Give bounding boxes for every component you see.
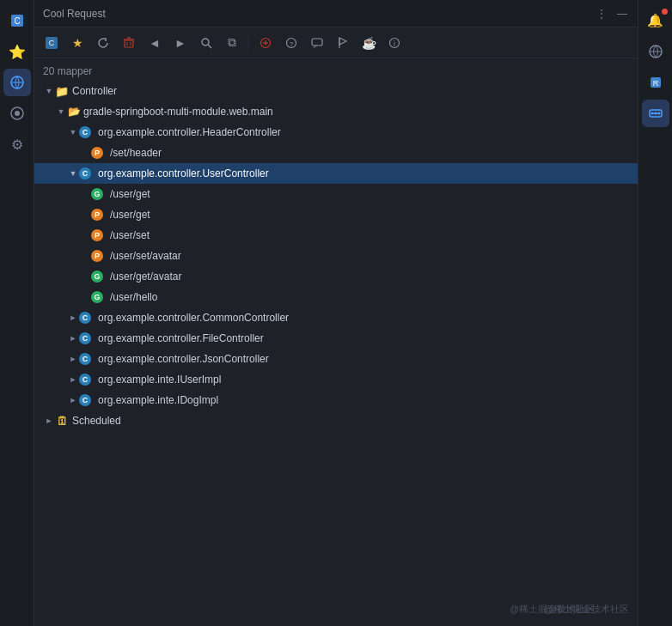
sidebar-network-icon[interactable] (3, 69, 31, 96)
right-sidebar: 🔔 R (638, 0, 672, 626)
node-label-iuser-impl: org.example.inte.IUserImpl (98, 374, 221, 386)
right-bell-icon[interactable]: 🔔 (642, 7, 669, 34)
p-icon-set-header: P (91, 147, 103, 159)
tree-node-set-header[interactable]: P /set/header (34, 143, 638, 163)
node-label-user-hello: /user/hello (110, 291, 157, 303)
folder-icon-controller: 📁 (55, 84, 69, 98)
minimize-button[interactable]: — (615, 7, 629, 21)
svg-text:C: C (14, 16, 20, 26)
toolbar-search-btn[interactable] (194, 31, 218, 55)
menu-button[interactable]: ⋮ (595, 7, 608, 21)
node-label-controller: Controller (72, 85, 117, 97)
g-icon-user-hello: G (91, 291, 103, 303)
c-icon-json-controller: C (79, 353, 91, 365)
main-content: Cool Request ⋮ — C ★ (34, 0, 638, 626)
tree-node-user-get-avatar[interactable]: G /user/get/avatar (34, 266, 638, 287)
toolbar-expand-btn[interactable]: ► (168, 31, 192, 55)
svg-text:?: ? (290, 40, 294, 48)
toolbar-refresh-btn[interactable] (91, 31, 115, 55)
title-bar-right: ⋮ — (595, 7, 629, 21)
svg-point-31 (651, 112, 653, 115)
node-label-user-get-avatar: /user/get/avatar (110, 270, 181, 283)
chevron-header-controller: ▼ (67, 126, 79, 138)
tree-node-idog-impl[interactable]: ► C org.example.inte.IDogImpl (34, 390, 638, 410)
tree-node-controller[interactable]: ▼ 📁 Controller (34, 81, 638, 101)
c-icon-idog-impl: C (79, 394, 91, 406)
p-icon-user-set: P (91, 229, 103, 241)
c-icon-iuser-impl: C (79, 374, 91, 386)
toolbar-help-btn[interactable]: ? (279, 31, 303, 55)
chevron-file-controller: ► (67, 332, 79, 344)
svg-text:R: R (652, 79, 658, 88)
toolbar-edit-btn[interactable] (254, 31, 278, 55)
tree-node-user-set[interactable]: P /user/set (34, 225, 638, 246)
svg-point-33 (657, 112, 660, 115)
toolbar-sep-1 (248, 35, 249, 51)
tree-node-iuser-impl[interactable]: ► C org.example.inte.IUserImpl (34, 369, 638, 390)
node-label-common-controller: org.example.controller.CommonController (98, 312, 289, 324)
chevron-controller: ▼ (43, 85, 55, 97)
c-icon-header-controller: C (79, 126, 91, 138)
chevron-scheduled: ► (43, 415, 55, 427)
toolbar-collapse-btn[interactable]: ◄ (143, 31, 167, 55)
right-network-icon[interactable] (642, 38, 669, 65)
folder-icon-gradle: 📂 (67, 105, 81, 119)
node-label-scheduled: Scheduled (72, 415, 121, 427)
tree-node-user-get-g[interactable]: G /user/get (34, 184, 638, 204)
sidebar-home-icon[interactable]: C (3, 7, 31, 34)
tree-node-user-get-p[interactable]: P /user/get (34, 204, 638, 225)
tree-node-file-controller[interactable]: ► C org.example.controller.FileControlle… (34, 328, 638, 349)
g-icon-user-get: G (91, 188, 103, 200)
toolbar: C ★ ◄ ► ⧉ (34, 27, 638, 58)
chevron-user-controller: ▼ (67, 167, 79, 179)
chevron-common-controller: ► (67, 312, 79, 324)
node-label-header-controller: org.example.controller.HeaderController (98, 126, 281, 138)
toolbar-star-btn[interactable]: ★ (65, 31, 89, 55)
tree-node-user-controller[interactable]: ▼ C org.example.controller.UserControlle… (34, 163, 638, 184)
g-icon-user-get-avatar: G (91, 270, 103, 283)
svg-text:C: C (49, 39, 55, 47)
chevron-idog-impl: ► (67, 394, 79, 406)
svg-marker-21 (339, 38, 346, 45)
watermark: @稀土掘金技术社区 (510, 603, 595, 616)
mapper-count: 20 mapper (34, 62, 638, 81)
chevron-json-controller: ► (67, 353, 79, 365)
c-icon-user-controller: C (79, 167, 91, 179)
svg-point-32 (654, 112, 657, 115)
toolbar-coffee-btn[interactable]: ☕ (357, 31, 381, 55)
tree-node-user-hello[interactable]: G /user/hello (34, 287, 638, 307)
toolbar-flag-btn[interactable] (331, 31, 355, 55)
tree-node-user-set-avatar[interactable]: P /user/set/avatar (34, 246, 638, 266)
sidebar-settings-icon[interactable]: ⚙ (3, 131, 31, 158)
c-icon-file-controller: C (79, 332, 91, 344)
sidebar-env-icon[interactable] (3, 100, 31, 127)
node-label-user-set: /user/set (110, 229, 150, 241)
svg-line-14 (208, 45, 211, 48)
title-bar: Cool Request ⋮ — (34, 0, 638, 27)
tree-area[interactable]: 20 mapper ▼ 📁 Controller ▼ 📂 gradle-spri… (34, 58, 638, 626)
tree-node-scheduled[interactable]: ► 🗓 Scheduled (34, 410, 638, 431)
right-key-icon[interactable] (642, 100, 669, 127)
left-sidebar: C ⭐ ⚙ (0, 0, 34, 626)
toolbar-copy-btn[interactable]: ⧉ (220, 31, 244, 55)
scheduled-icon: 🗓 (55, 414, 69, 428)
toolbar-info-btn[interactable]: i (382, 31, 406, 55)
sidebar-star-icon[interactable]: ⭐ (3, 38, 31, 65)
svg-rect-20 (312, 39, 322, 46)
title-bar-left: Cool Request (43, 8, 106, 20)
tree-node-header-controller[interactable]: ▼ C org.example.controller.HeaderControl… (34, 122, 638, 143)
right-tool-icon[interactable]: R (642, 69, 669, 96)
svg-rect-8 (125, 40, 133, 47)
node-label-file-controller: org.example.controller.FileController (98, 332, 264, 344)
svg-point-13 (202, 39, 209, 46)
p-icon-user-set-avatar: P (91, 250, 103, 262)
app-title: Cool Request (43, 8, 106, 20)
toolbar-chat-btn[interactable] (305, 31, 329, 55)
toolbar-home-btn[interactable]: C (40, 31, 64, 55)
tree-node-json-controller[interactable]: ► C org.example.controller.JsonControlle… (34, 349, 638, 369)
tree-node-common-controller[interactable]: ► C org.example.controller.CommonControl… (34, 307, 638, 328)
node-label-idog-impl: org.example.inte.IDogImpl (98, 394, 218, 406)
tree-node-gradle[interactable]: ▼ 📂 gradle-springboot-multi-module.web.m… (34, 101, 638, 122)
toolbar-delete-btn[interactable] (117, 31, 141, 55)
node-label-user-get-p: /user/get (110, 209, 150, 221)
